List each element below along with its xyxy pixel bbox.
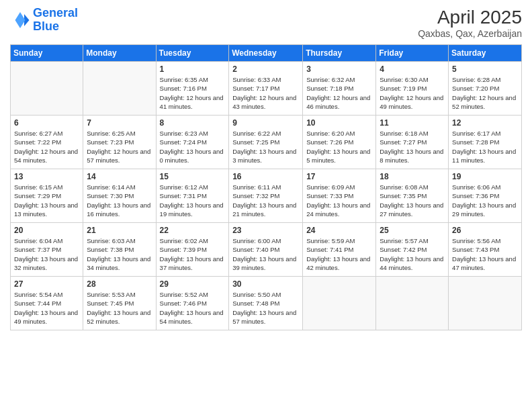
calendar-week-row: 1Sunrise: 6:35 AMSunset: 7:16 PMDaylight… xyxy=(11,62,522,116)
calendar-cell: 6Sunrise: 6:27 AMSunset: 7:22 PMDaylight… xyxy=(11,116,83,169)
calendar-cell: 21Sunrise: 6:03 AMSunset: 7:38 PMDayligh… xyxy=(83,223,156,277)
day-number: 16 xyxy=(232,172,299,181)
day-number: 13 xyxy=(14,172,79,181)
calendar-cell: 2Sunrise: 6:33 AMSunset: 7:17 PMDaylight… xyxy=(229,62,303,116)
calendar-cell xyxy=(83,62,156,116)
day-info: Sunrise: 6:02 AMSunset: 7:39 PMDaylight:… xyxy=(160,236,226,272)
day-number: 20 xyxy=(14,226,79,235)
logo-line2: Blue xyxy=(33,19,59,33)
day-info: Sunrise: 6:04 AMSunset: 7:37 PMDaylight:… xyxy=(14,236,79,272)
calendar-cell: 10Sunrise: 6:20 AMSunset: 7:26 PMDayligh… xyxy=(303,116,376,169)
logo-text: General Blue xyxy=(33,7,78,34)
day-info: Sunrise: 6:15 AMSunset: 7:29 PMDaylight:… xyxy=(14,183,79,218)
day-number: 14 xyxy=(87,172,152,181)
day-info: Sunrise: 6:27 AMSunset: 7:22 PMDaylight:… xyxy=(14,129,79,165)
day-info: Sunrise: 6:00 AMSunset: 7:40 PMDaylight:… xyxy=(232,236,299,272)
calendar-cell: 27Sunrise: 5:54 AMSunset: 7:44 PMDayligh… xyxy=(11,277,83,330)
calendar-cell: 17Sunrise: 6:09 AMSunset: 7:33 PMDayligh… xyxy=(303,169,376,223)
day-number: 23 xyxy=(232,226,299,235)
page-title: April 2025 xyxy=(418,7,522,28)
calendar-week-row: 13Sunrise: 6:15 AMSunset: 7:29 PMDayligh… xyxy=(11,169,522,223)
day-number: 30 xyxy=(232,279,299,289)
svg-marker-1 xyxy=(15,12,26,28)
calendar-cell xyxy=(449,277,522,330)
calendar-cell: 1Sunrise: 6:35 AMSunset: 7:16 PMDaylight… xyxy=(156,62,229,116)
calendar-week-row: 27Sunrise: 5:54 AMSunset: 7:44 PMDayligh… xyxy=(11,277,522,330)
day-header-sunday: Sunday xyxy=(11,45,83,62)
day-number: 7 xyxy=(87,118,152,128)
calendar-cell: 14Sunrise: 6:14 AMSunset: 7:30 PMDayligh… xyxy=(83,169,156,223)
day-number: 11 xyxy=(380,118,445,128)
day-info: Sunrise: 6:33 AMSunset: 7:17 PMDaylight:… xyxy=(232,75,299,111)
calendar-week-row: 20Sunrise: 6:04 AMSunset: 7:37 PMDayligh… xyxy=(11,223,522,277)
calendar-cell: 30Sunrise: 5:50 AMSunset: 7:48 PMDayligh… xyxy=(229,277,303,330)
day-number: 24 xyxy=(306,226,372,235)
day-info: Sunrise: 6:18 AMSunset: 7:27 PMDaylight:… xyxy=(380,129,445,165)
day-number: 18 xyxy=(380,172,445,181)
day-header-tuesday: Tuesday xyxy=(156,45,229,62)
calendar-cell: 8Sunrise: 6:23 AMSunset: 7:24 PMDaylight… xyxy=(156,116,229,169)
day-info: Sunrise: 6:32 AMSunset: 7:18 PMDaylight:… xyxy=(306,75,372,111)
day-info: Sunrise: 6:03 AMSunset: 7:38 PMDaylight:… xyxy=(87,236,152,272)
calendar: SundayMondayTuesdayWednesdayThursdayFrid… xyxy=(10,44,522,330)
calendar-cell: 16Sunrise: 6:11 AMSunset: 7:32 PMDayligh… xyxy=(229,169,303,223)
calendar-cell: 29Sunrise: 5:52 AMSunset: 7:46 PMDayligh… xyxy=(156,277,229,330)
day-info: Sunrise: 6:25 AMSunset: 7:23 PMDaylight:… xyxy=(87,129,152,165)
day-number: 9 xyxy=(232,118,299,128)
calendar-cell: 25Sunrise: 5:57 AMSunset: 7:42 PMDayligh… xyxy=(376,223,449,277)
day-info: Sunrise: 5:56 AMSunset: 7:43 PMDaylight:… xyxy=(452,236,518,272)
day-info: Sunrise: 6:30 AMSunset: 7:19 PMDaylight:… xyxy=(380,75,445,111)
title-block: April 2025 Qaxbas, Qax, Azerbaijan xyxy=(418,7,522,39)
calendar-cell xyxy=(11,62,83,116)
day-number: 19 xyxy=(452,172,518,181)
calendar-cell: 3Sunrise: 6:32 AMSunset: 7:18 PMDaylight… xyxy=(303,62,376,116)
calendar-cell: 7Sunrise: 6:25 AMSunset: 7:23 PMDaylight… xyxy=(83,116,156,169)
logo-icon xyxy=(10,10,30,30)
day-number: 12 xyxy=(452,118,518,128)
day-info: Sunrise: 6:22 AMSunset: 7:25 PMDaylight:… xyxy=(232,129,299,165)
calendar-cell xyxy=(376,277,449,330)
day-info: Sunrise: 5:53 AMSunset: 7:45 PMDaylight:… xyxy=(87,290,152,326)
calendar-cell: 15Sunrise: 6:12 AMSunset: 7:31 PMDayligh… xyxy=(156,169,229,223)
day-header-friday: Friday xyxy=(376,45,449,62)
day-number: 10 xyxy=(306,118,372,128)
calendar-cell: 28Sunrise: 5:53 AMSunset: 7:45 PMDayligh… xyxy=(83,277,156,330)
day-number: 27 xyxy=(14,279,79,289)
day-info: Sunrise: 6:12 AMSunset: 7:31 PMDaylight:… xyxy=(160,183,226,218)
calendar-cell: 18Sunrise: 6:08 AMSunset: 7:35 PMDayligh… xyxy=(376,169,449,223)
day-number: 28 xyxy=(87,279,152,289)
calendar-cell: 26Sunrise: 5:56 AMSunset: 7:43 PMDayligh… xyxy=(449,223,522,277)
day-number: 22 xyxy=(160,226,226,235)
page-subtitle: Qaxbas, Qax, Azerbaijan xyxy=(418,28,522,39)
day-number: 26 xyxy=(452,226,518,235)
calendar-cell: 19Sunrise: 6:06 AMSunset: 7:36 PMDayligh… xyxy=(449,169,522,223)
day-info: Sunrise: 6:08 AMSunset: 7:35 PMDaylight:… xyxy=(380,183,445,218)
day-header-monday: Monday xyxy=(83,45,156,62)
header: General Blue April 2025 Qaxbas, Qax, Aze… xyxy=(10,7,522,39)
day-info: Sunrise: 6:17 AMSunset: 7:28 PMDaylight:… xyxy=(452,129,518,165)
day-info: Sunrise: 6:28 AMSunset: 7:20 PMDaylight:… xyxy=(452,75,518,111)
calendar-cell: 5Sunrise: 6:28 AMSunset: 7:20 PMDaylight… xyxy=(449,62,522,116)
day-number: 25 xyxy=(380,226,445,235)
day-info: Sunrise: 6:06 AMSunset: 7:36 PMDaylight:… xyxy=(452,183,518,218)
day-number: 8 xyxy=(160,118,226,128)
day-number: 3 xyxy=(306,64,372,74)
day-number: 15 xyxy=(160,172,226,181)
calendar-cell: 23Sunrise: 6:00 AMSunset: 7:40 PMDayligh… xyxy=(229,223,303,277)
page: General Blue April 2025 Qaxbas, Qax, Aze… xyxy=(0,0,532,411)
calendar-cell: 9Sunrise: 6:22 AMSunset: 7:25 PMDaylight… xyxy=(229,116,303,169)
day-header-wednesday: Wednesday xyxy=(229,45,303,62)
calendar-cell: 20Sunrise: 6:04 AMSunset: 7:37 PMDayligh… xyxy=(11,223,83,277)
day-info: Sunrise: 6:20 AMSunset: 7:26 PMDaylight:… xyxy=(306,129,372,165)
calendar-cell: 4Sunrise: 6:30 AMSunset: 7:19 PMDaylight… xyxy=(376,62,449,116)
calendar-cell: 22Sunrise: 6:02 AMSunset: 7:39 PMDayligh… xyxy=(156,223,229,277)
day-number: 21 xyxy=(87,226,152,235)
calendar-cell: 24Sunrise: 5:59 AMSunset: 7:41 PMDayligh… xyxy=(303,223,376,277)
day-info: Sunrise: 6:14 AMSunset: 7:30 PMDaylight:… xyxy=(87,183,152,218)
day-info: Sunrise: 6:11 AMSunset: 7:32 PMDaylight:… xyxy=(232,183,299,218)
day-number: 1 xyxy=(160,64,226,74)
day-number: 29 xyxy=(160,279,226,289)
calendar-cell: 12Sunrise: 6:17 AMSunset: 7:28 PMDayligh… xyxy=(449,116,522,169)
day-number: 17 xyxy=(306,172,372,181)
day-info: Sunrise: 5:50 AMSunset: 7:48 PMDaylight:… xyxy=(232,290,299,326)
